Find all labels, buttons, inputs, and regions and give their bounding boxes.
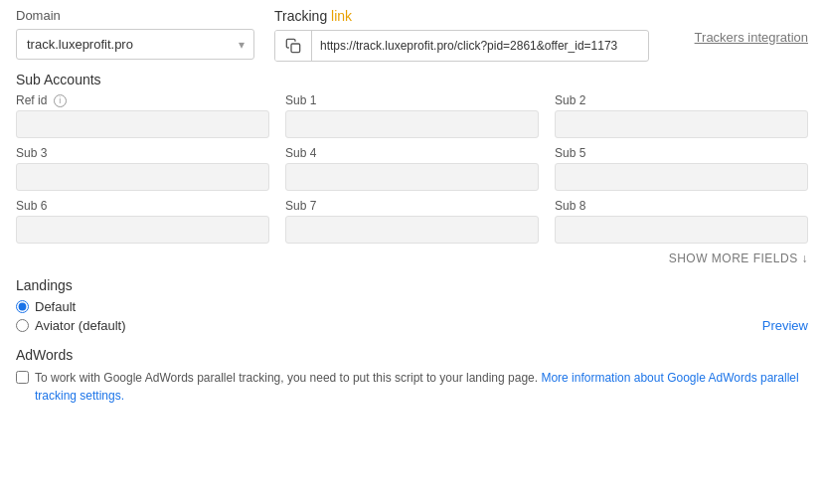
landing-aviator-row: Aviator (default) Preview — [16, 318, 808, 333]
sub6-label: Sub 6 — [16, 199, 269, 213]
landing-aviator-radio[interactable] — [16, 319, 29, 332]
trackers-integration-button[interactable]: Trackers integration — [695, 30, 808, 45]
copy-button[interactable] — [275, 31, 312, 61]
landing-default-radio[interactable] — [16, 300, 29, 313]
adwords-description: To work with Google AdWords parallel tra… — [35, 369, 808, 405]
domain-label: Domain — [16, 8, 254, 23]
sub5-field: Sub 5 — [555, 146, 808, 191]
sub7-label: Sub 7 — [285, 199, 539, 213]
adwords-checkbox[interactable] — [16, 371, 29, 384]
sub4-field: Sub 4 — [285, 146, 539, 191]
landing-aviator-label: Aviator (default) — [35, 318, 126, 333]
tracking-url-input[interactable] — [312, 32, 648, 60]
top-section: Domain track.luxeprofit.pro ▾ Tracking l… — [16, 8, 808, 62]
tracking-label-orange: link — [331, 8, 352, 24]
sub1-label: Sub 1 — [285, 93, 539, 107]
trackers-block: Trackers integration — [669, 8, 808, 45]
sub-row-3: Sub 6 Sub 7 Sub 8 — [16, 199, 808, 244]
sub3-field: Sub 3 — [16, 146, 269, 191]
sub6-field: Sub 6 — [16, 199, 269, 244]
sub4-label: Sub 4 — [285, 146, 539, 160]
sub5-label: Sub 5 — [555, 146, 808, 160]
adwords-section: AdWords To work with Google AdWords para… — [16, 347, 808, 405]
landings-section: Landings Default Aviator (default) Previ… — [16, 277, 808, 333]
copy-icon — [285, 38, 301, 54]
tracking-link-block: Tracking link — [274, 8, 649, 62]
sub1-field: Sub 1 — [285, 93, 539, 138]
info-icon: i — [54, 94, 67, 107]
sub6-input[interactable] — [16, 216, 269, 244]
sub8-label: Sub 8 — [555, 199, 808, 213]
sub2-label: Sub 2 — [555, 93, 808, 107]
tracking-link-input-wrapper — [274, 30, 649, 62]
tracking-link-label: Tracking link — [274, 8, 649, 24]
sub2-field: Sub 2 — [555, 93, 808, 138]
ref-id-field: Ref id i — [16, 93, 269, 138]
adwords-row: To work with Google AdWords parallel tra… — [16, 369, 808, 405]
sub7-field: Sub 7 — [285, 199, 539, 244]
landings-title: Landings — [16, 277, 808, 293]
landing-default-row: Default — [16, 299, 808, 314]
sub5-input[interactable] — [555, 163, 808, 191]
adwords-title: AdWords — [16, 347, 808, 363]
ref-id-input[interactable] — [16, 110, 269, 138]
landing-default-label: Default — [35, 299, 76, 314]
domain-block: Domain track.luxeprofit.pro ▾ — [16, 8, 254, 60]
sub3-label: Sub 3 — [16, 146, 269, 160]
sub7-input[interactable] — [285, 216, 539, 244]
sub2-input[interactable] — [555, 110, 808, 138]
domain-select[interactable]: track.luxeprofit.pro — [16, 29, 254, 60]
sub1-input[interactable] — [285, 110, 539, 138]
sub4-input[interactable] — [285, 163, 539, 191]
sub8-field: Sub 8 — [555, 199, 808, 244]
sub-accounts-section: Sub Accounts Ref id i Sub 1 Sub 2 Sub 3 … — [16, 72, 808, 265]
svg-rect-0 — [291, 44, 300, 53]
ref-id-row: Ref id i Sub 1 Sub 2 — [16, 93, 808, 138]
show-more-fields-button[interactable]: SHOW MORE FIELDS ↓ — [16, 252, 808, 265]
ref-id-label: Ref id i — [16, 93, 269, 107]
sub-row-2: Sub 3 Sub 4 Sub 5 — [16, 146, 808, 191]
sub-accounts-title: Sub Accounts — [16, 72, 808, 87]
domain-select-wrapper: track.luxeprofit.pro ▾ — [16, 29, 254, 60]
preview-link[interactable]: Preview — [762, 318, 808, 333]
tracking-label-black: Tracking — [274, 8, 331, 24]
sub3-input[interactable] — [16, 163, 269, 191]
sub8-input[interactable] — [555, 216, 808, 244]
